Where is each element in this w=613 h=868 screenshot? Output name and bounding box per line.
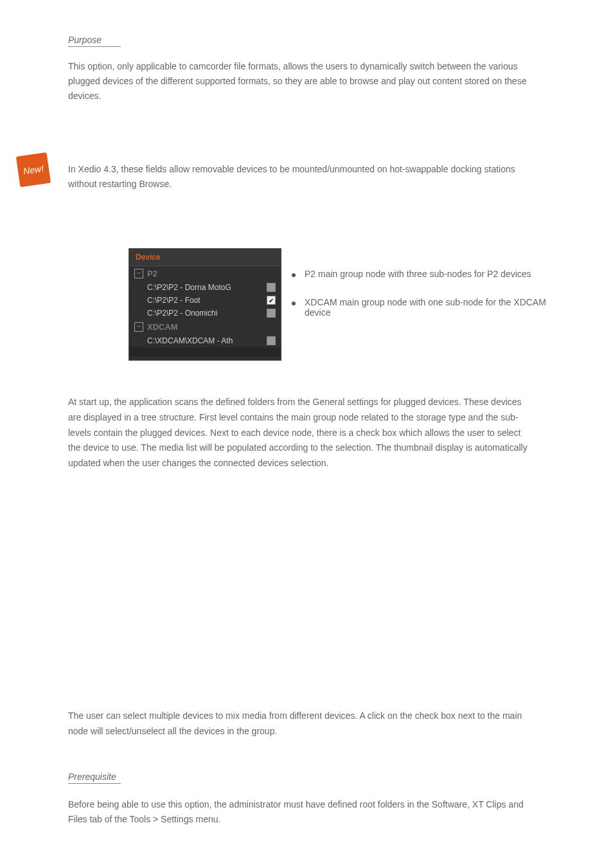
prerequisite-paragraph: Before being able to use this option, th…: [68, 797, 531, 827]
device-item[interactable]: C:\P2\P2 - Onomichi: [129, 307, 281, 320]
intro-paragraph: This option, only applicable to camcorde…: [68, 59, 531, 104]
note-paragraph: The user can select multiple devices to …: [68, 709, 531, 739]
device-item[interactable]: C:\P2\P2 - Dorna MotoG: [129, 281, 281, 294]
device-group-p2[interactable]: − P2: [129, 266, 281, 281]
bullet-icon: [292, 273, 296, 277]
main-paragraph: At start up, the application scans the d…: [68, 395, 531, 471]
bullet-row: P2 main group node with three sub-nodes …: [292, 269, 549, 279]
bullet-icon: [292, 302, 296, 305]
panel-spacer: [129, 347, 281, 356]
checkbox-icon[interactable]: ✔: [267, 296, 276, 305]
device-path: C:\P2\P2 - Dorna MotoG: [147, 283, 231, 292]
bullet-text: P2 main group node with three sub-nodes …: [305, 269, 531, 279]
device-panel: Device − P2 C:\P2\P2 - Dorna MotoG C:\P2…: [129, 248, 281, 361]
bullet-row: XDCAM main group node with one sub-node …: [292, 297, 549, 318]
checkbox-icon[interactable]: [267, 283, 276, 292]
expander-icon[interactable]: −: [134, 322, 143, 332]
checkbox-icon[interactable]: [267, 309, 276, 318]
new-sticker: New!: [16, 152, 51, 187]
side-note-paragraph: In Xedio 4.3, these fields allow removab…: [68, 162, 531, 192]
bullet-text: XDCAM main group node with one sub-node …: [305, 297, 549, 318]
device-panel-header: Device: [129, 249, 281, 266]
bullets-block: P2 main group node with three sub-nodes …: [292, 269, 549, 336]
device-path: C:\XDCAM\XDCAM - Ath: [147, 336, 233, 345]
device-group-xdcam[interactable]: − XDCAM: [129, 320, 281, 334]
divider: [68, 783, 121, 784]
device-item[interactable]: C:\P2\P2 - Foot ✔: [129, 294, 281, 307]
checkbox-icon[interactable]: [267, 336, 276, 345]
device-path: C:\P2\P2 - Onomichi: [147, 309, 217, 318]
page: Purpose This option, only applicable to …: [0, 0, 613, 868]
device-group-label: P2: [147, 269, 157, 278]
new-sticker-label: New!: [22, 163, 44, 176]
purpose-heading: Purpose: [68, 35, 102, 45]
expander-icon[interactable]: −: [134, 269, 143, 278]
device-item[interactable]: C:\XDCAM\XDCAM - Ath: [129, 334, 281, 347]
device-path: C:\P2\P2 - Foot: [147, 296, 200, 305]
device-group-label: XDCAM: [147, 322, 178, 332]
prerequisite-heading: Prerequisite: [68, 772, 116, 782]
divider: [68, 46, 121, 47]
